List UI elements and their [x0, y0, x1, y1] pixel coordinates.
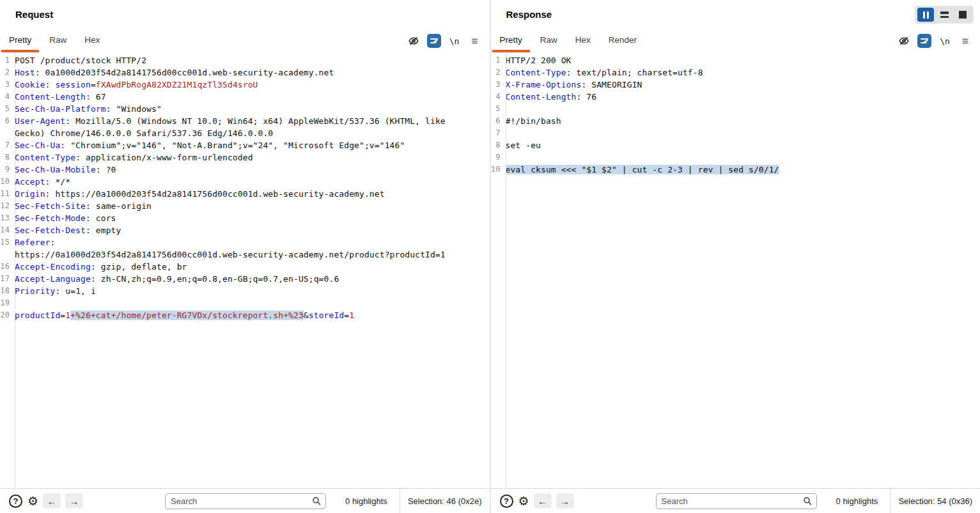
rows-layout-button[interactable] — [936, 8, 953, 22]
code-line[interactable]: 17Accept-Language: zh-CN,zh;q=0.9,en;q=0… — [0, 273, 490, 285]
code-line[interactable]: 10Accept: */* — [0, 176, 490, 188]
code-line[interactable]: 9Sec-Ch-Ua-Mobile: ?0 — [0, 164, 490, 176]
code-line[interactable]: 19 — [0, 297, 490, 309]
line-content: POST /product/stock HTTP/2 — [12, 54, 146, 66]
response-panel-header: Response — [491, 0, 980, 29]
search-input[interactable] — [165, 493, 326, 509]
request-panel-header: Request — [0, 0, 490, 29]
search-icon — [311, 496, 322, 508]
word-wrap-toggle-icon[interactable] — [427, 34, 441, 48]
highlights-count: 0 highlights — [345, 496, 387, 506]
help-button[interactable]: ? — [500, 494, 513, 508]
highlights-count: 0 highlights — [836, 496, 878, 506]
code-line[interactable]: 5Sec-Ch-Ua-Platform: "Windows" — [0, 103, 490, 115]
line-content: eval cksum <<< "$1 $2" | cut -c 2-3 | re… — [503, 164, 779, 176]
search-next-button[interactable]: → — [556, 493, 574, 509]
response-panel: Response PrettyRawHexRender — [491, 0, 980, 513]
word-wrap-toggle-icon[interactable] — [917, 34, 931, 48]
line-number — [0, 249, 12, 261]
code-line[interactable]: 6User-Agent: Mozilla/5.0 (Windows NT 10.… — [0, 115, 490, 127]
code-line[interactable]: 4Content-Length: 76 — [491, 91, 980, 103]
response-tabs: PrettyRawHexRender — [492, 29, 648, 52]
show-newlines-icon[interactable]: \n — [938, 34, 952, 48]
single-layout-icon — [959, 11, 967, 19]
code-line[interactable]: 1HTTP/2 200 OK — [491, 54, 980, 66]
code-line[interactable]: 2Content-Type: text/plain; charset=utf-8 — [491, 66, 980, 79]
line-content: Sec-Ch-Ua-Mobile: ?0 — [12, 164, 116, 176]
response-editor[interactable]: 1HTTP/2 200 OK2Content-Type: text/plain;… — [491, 52, 980, 488]
line-number: 3 — [0, 79, 12, 91]
code-line[interactable]: 14Sec-Fetch-Dest: empty — [0, 224, 490, 236]
line-number: 16 — [0, 261, 12, 273]
code-line[interactable]: 9 — [491, 151, 980, 164]
code-line[interactable]: 7 — [491, 127, 980, 139]
single-layout-button[interactable] — [954, 8, 971, 22]
code-line[interactable]: 7Sec-Ch-Ua: "Chromium";v="146", "Not-A.B… — [0, 139, 490, 151]
code-line[interactable]: 20productId=1+%26+cat+/home/peter-RG7VDx… — [0, 309, 490, 321]
line-number: 8 — [491, 139, 503, 151]
search-prev-button[interactable]: ← — [534, 493, 552, 509]
code-line[interactable]: 3X-Frame-Options: SAMEORIGIN — [491, 79, 980, 91]
code-line[interactable]: https://0a1000d203f54d2a8141756d00cc001d… — [0, 249, 490, 261]
code-line[interactable]: 4Content-Length: 67 — [0, 91, 490, 103]
line-number: 17 — [0, 273, 12, 285]
line-number: 13 — [0, 212, 12, 224]
line-content: Content-Length: 76 — [503, 91, 597, 103]
line-content: HTTP/2 200 OK — [503, 54, 572, 66]
tab-raw[interactable]: Raw — [533, 29, 565, 52]
line-number: 15 — [0, 236, 12, 249]
search-next-button[interactable]: → — [65, 493, 83, 509]
hide-selection-eye-off-icon[interactable] — [407, 34, 421, 48]
code-line[interactable]: 5 — [491, 103, 980, 115]
line-number: 2 — [491, 66, 503, 79]
code-line[interactable]: 2Host: 0a1000d203f54d2a8141756d00cc001d.… — [0, 66, 490, 79]
line-content: Gecko) Chrome/146.0.0.0 Safari/537.36 Ed… — [12, 127, 273, 139]
line-content: set -eu — [503, 139, 541, 151]
request-editor[interactable]: 1POST /product/stock HTTP/22Host: 0a1000… — [0, 52, 490, 488]
editor-menu-icon[interactable]: ≡ — [958, 34, 972, 48]
tab-render[interactable]: Render — [601, 29, 644, 52]
tab-hex[interactable]: Hex — [568, 29, 598, 52]
search-prev-button[interactable]: ← — [43, 493, 61, 509]
line-number: 20 — [0, 309, 12, 321]
editor-menu-icon[interactable]: ≡ — [468, 34, 482, 48]
search-input[interactable] — [656, 493, 817, 509]
code-line[interactable]: 13Sec-Fetch-Mode: cors — [0, 212, 490, 224]
help-button[interactable]: ? — [9, 494, 22, 508]
tab-pretty[interactable]: Pretty — [492, 29, 530, 52]
code-line[interactable]: 15Referer: — [0, 236, 490, 249]
code-line[interactable]: 12Sec-Fetch-Site: same-origin — [0, 200, 490, 212]
line-number: 3 — [491, 79, 503, 91]
request-tabs: PrettyRawHex — [1, 29, 110, 52]
line-content: #!/bin/bash — [503, 115, 561, 127]
settings-gear-icon[interactable]: ⚙ — [27, 495, 38, 507]
code-line[interactable]: 6#!/bin/bash — [491, 115, 980, 127]
code-line[interactable]: 8Content-Type: application/x-www-form-ur… — [0, 151, 490, 164]
tab-pretty[interactable]: Pretty — [1, 29, 39, 52]
line-number: 4 — [0, 91, 12, 103]
code-line[interactable]: 16Accept-Encoding: gzip, deflate, br — [0, 261, 490, 273]
tab-raw[interactable]: Raw — [42, 29, 74, 52]
tab-hex[interactable]: Hex — [77, 29, 107, 52]
message-editor-window: Request PrettyRawHex — [0, 0, 980, 513]
code-line[interactable]: 1POST /product/stock HTTP/2 — [0, 54, 490, 66]
line-content: Priority: u=1, i — [12, 285, 96, 297]
settings-gear-icon[interactable]: ⚙ — [518, 495, 529, 507]
request-tabbar: PrettyRawHex — [0, 29, 490, 52]
code-line[interactable]: 8set -eu — [491, 139, 980, 151]
code-line[interactable]: 11Origin: https://0a1000d203f54d2a814175… — [0, 188, 490, 200]
request-tab-icons: \n ≡ — [407, 29, 482, 52]
show-newlines-icon[interactable]: \n — [447, 34, 462, 48]
search-icon — [802, 496, 813, 508]
columns-layout-button[interactable] — [917, 8, 934, 22]
code-line[interactable]: 3Cookie: session=fXAwdPbRogA82XDZ21M1qzT… — [0, 79, 490, 91]
line-number: 10 — [0, 176, 12, 188]
hide-selection-eye-off-icon[interactable] — [897, 34, 911, 48]
code-line[interactable]: 18Priority: u=1, i — [0, 285, 490, 297]
line-content: Host: 0a1000d203f54d2a8141756d00cc001d.w… — [12, 66, 334, 79]
line-number: 5 — [0, 103, 12, 115]
code-line[interactable]: 10eval cksum <<< "$1 $2" | cut -c 2-3 | … — [491, 164, 980, 176]
line-content: Sec-Fetch-Dest: empty — [12, 224, 121, 236]
columns-layout-icon — [923, 11, 929, 19]
code-line[interactable]: Gecko) Chrome/146.0.0.0 Safari/537.36 Ed… — [0, 127, 490, 139]
